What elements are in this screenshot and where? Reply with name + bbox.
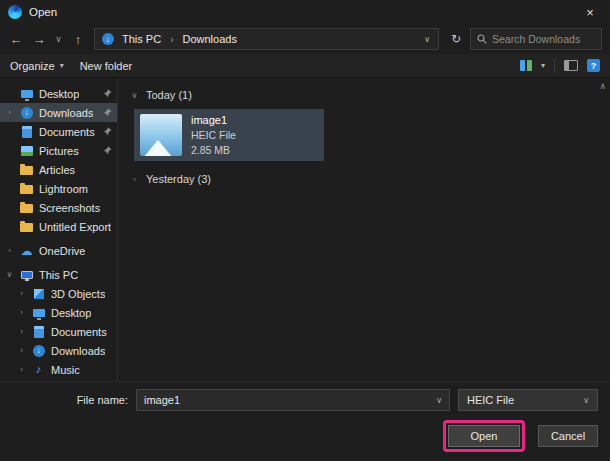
recent-locations-icon[interactable]: ∨ xyxy=(52,29,65,49)
file-type: HEIC File xyxy=(191,129,236,141)
search-icon xyxy=(477,34,487,44)
sidebar-item-label: Music xyxy=(51,364,80,376)
sidebar-item-label: Desktop xyxy=(39,88,79,100)
sidebar-item-label: Downloads xyxy=(39,107,93,119)
address-dropdown-icon[interactable]: ∨ xyxy=(421,35,433,44)
navigation-bar: ← → ∨ ↑ ↓ This PC › Downloads ∨ ↻ xyxy=(0,24,610,54)
downloads-icon: ↓ xyxy=(19,106,34,120)
sidebar-item-label: Documents xyxy=(51,326,107,338)
toolbar: Organize ▾ New folder ▾ ? xyxy=(0,54,610,78)
folder-icon xyxy=(19,220,34,234)
chevron-right-icon[interactable]: › xyxy=(17,346,26,355)
organize-label: Organize xyxy=(10,60,55,72)
sidebar-item-label: Lightroom xyxy=(39,183,88,195)
sidebar-item-pc-music[interactable]: › ♪ Music xyxy=(0,360,117,379)
file-meta: image1 HEIC File 2.85 MB xyxy=(191,114,236,156)
file-item-image1[interactable]: image1 HEIC File 2.85 MB xyxy=(134,109,324,161)
up-icon[interactable]: ↑ xyxy=(68,29,88,49)
sidebar-item-pc-downloads[interactable]: › ↓ Downloads xyxy=(0,341,117,360)
onedrive-cloud-icon: ☁ xyxy=(19,244,34,258)
sidebar-item-pictures[interactable]: Pictures xyxy=(0,141,117,160)
open-dialog: Open × ← → ∨ ↑ ↓ This PC › Downloads ∨ ↻… xyxy=(0,0,610,461)
content-area: Desktop › ↓ Downloads Documents Pictures xyxy=(0,78,610,381)
folder-icon xyxy=(19,182,34,196)
breadcrumb-separator-icon: › xyxy=(168,34,175,45)
forward-icon[interactable]: → xyxy=(29,29,49,49)
group-header-yesterday[interactable]: › Yesterday (3) xyxy=(130,173,594,185)
sidebar-item-label: Screenshots xyxy=(39,202,100,214)
organize-button[interactable]: Organize ▾ xyxy=(10,60,64,72)
preview-pane-icon[interactable] xyxy=(564,60,578,71)
title-bar: Open × xyxy=(0,0,610,24)
help-icon[interactable]: ? xyxy=(587,59,600,72)
music-icon: ♪ xyxy=(31,363,46,377)
pin-icon xyxy=(103,146,112,155)
search-input[interactable] xyxy=(492,33,595,45)
file-name-input[interactable] xyxy=(144,394,431,406)
sidebar-item-desktop[interactable]: Desktop xyxy=(0,84,117,103)
chevron-right-icon[interactable]: › xyxy=(17,289,26,298)
sidebar-item-articles[interactable]: Articles xyxy=(0,160,117,179)
downloads-folder-icon: ↓ xyxy=(100,32,115,46)
documents-icon xyxy=(19,125,34,139)
breadcrumb-downloads[interactable]: Downloads xyxy=(180,33,238,45)
view-dropdown-icon[interactable]: ▾ xyxy=(541,61,545,70)
file-name-label: File name: xyxy=(10,394,128,406)
sidebar-item-untitled-export[interactable]: Untitled Export xyxy=(0,217,117,236)
sidebar-item-lightroom[interactable]: Lightroom xyxy=(0,179,117,198)
group-label: Yesterday (3) xyxy=(146,173,211,185)
sidebar-item-screenshots[interactable]: Screenshots xyxy=(0,198,117,217)
file-name-row: File name: ∨ HEIC File ∨ xyxy=(10,389,598,411)
cancel-button[interactable]: Cancel xyxy=(538,425,598,447)
toolbar-right-icons: ▾ ? xyxy=(520,59,600,73)
pin-icon xyxy=(103,108,112,117)
chevron-down-icon[interactable]: ∨ xyxy=(130,91,139,100)
breadcrumb-this-pc[interactable]: This PC xyxy=(120,33,163,45)
chevron-right-icon[interactable]: › xyxy=(130,175,139,184)
back-icon[interactable]: ← xyxy=(6,29,26,49)
folder-icon xyxy=(19,163,34,177)
chevron-right-icon[interactable]: › xyxy=(17,327,26,336)
new-folder-button[interactable]: New folder xyxy=(80,60,133,72)
sidebar-item-pc-desktop[interactable]: › Desktop xyxy=(0,303,117,322)
file-type-select[interactable]: HEIC File ∨ xyxy=(458,389,598,411)
pin-icon xyxy=(103,127,112,136)
sidebar-item-label: OneDrive xyxy=(39,245,85,257)
chevron-right-icon[interactable]: › xyxy=(17,365,26,374)
sidebar-item-3d-objects[interactable]: › 3D Objects xyxy=(0,284,117,303)
chevron-down-icon[interactable]: ∨ xyxy=(5,270,14,279)
this-pc-icon xyxy=(19,268,34,282)
file-type-value: HEIC File xyxy=(467,394,577,406)
chevron-right-icon[interactable]: › xyxy=(5,246,14,255)
sidebar-item-label: Untitled Export xyxy=(39,221,111,233)
file-name-combobox[interactable]: ∨ xyxy=(136,389,450,411)
search-box[interactable] xyxy=(470,28,602,50)
sidebar-item-label: Pictures xyxy=(39,145,79,157)
open-button[interactable]: Open xyxy=(448,425,520,447)
change-view-icon[interactable] xyxy=(520,60,532,71)
address-bar[interactable]: ↓ This PC › Downloads ∨ xyxy=(94,28,439,50)
pin-icon xyxy=(103,89,112,98)
sidebar-item-label: 3D Objects xyxy=(51,288,105,300)
chevron-down-icon: ▾ xyxy=(60,61,64,70)
sidebar-item-this-pc[interactable]: ∨ This PC xyxy=(0,265,117,284)
sidebar-item-documents[interactable]: Documents xyxy=(0,122,117,141)
sidebar-item-label: This PC xyxy=(39,269,78,281)
file-name: image1 xyxy=(191,114,236,126)
chevron-down-icon[interactable]: ∨ xyxy=(436,396,442,405)
edge-logo-icon xyxy=(8,5,22,19)
scrollbar-up-icon[interactable]: ∧ xyxy=(599,81,606,91)
refresh-icon[interactable]: ↻ xyxy=(445,28,467,50)
sidebar-item-downloads[interactable]: › ↓ Downloads xyxy=(0,103,117,122)
chevron-down-icon: ∨ xyxy=(583,396,589,405)
group-header-today[interactable]: ∨ Today (1) xyxy=(130,89,594,101)
chevron-right-icon[interactable]: › xyxy=(5,108,14,117)
sidebar-item-pc-documents[interactable]: › Documents xyxy=(0,322,117,341)
documents-icon xyxy=(31,325,46,339)
chevron-right-icon[interactable]: › xyxy=(17,308,26,317)
folder-icon xyxy=(19,201,34,215)
group-label: Today (1) xyxy=(146,89,192,101)
pictures-icon xyxy=(19,144,34,158)
sidebar-item-onedrive[interactable]: › ☁ OneDrive xyxy=(0,241,117,260)
close-icon[interactable]: × xyxy=(570,0,610,24)
